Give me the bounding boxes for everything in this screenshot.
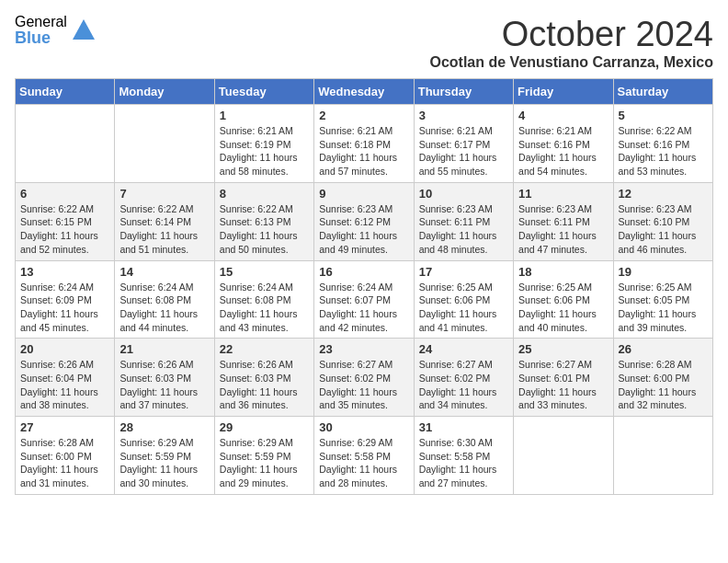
week-row-2: 13Sunrise: 6:24 AM Sunset: 6:09 PM Dayli… <box>16 260 713 339</box>
day-number: 18 <box>518 265 608 279</box>
calendar-cell: 1Sunrise: 6:21 AM Sunset: 6:19 PM Daylig… <box>214 105 313 183</box>
calendar-header: SundayMondayTuesdayWednesdayThursdayFrid… <box>16 79 713 105</box>
header-saturday: Saturday <box>613 79 712 105</box>
week-row-4: 27Sunrise: 6:28 AM Sunset: 6:00 PM Dayli… <box>16 417 713 495</box>
day-info: Sunrise: 6:30 AM Sunset: 5:58 PM Dayligh… <box>419 436 508 490</box>
calendar-cell <box>613 417 712 495</box>
day-number: 27 <box>20 420 109 434</box>
week-row-0: 1Sunrise: 6:21 AM Sunset: 6:19 PM Daylig… <box>16 105 713 183</box>
day-number: 26 <box>619 342 708 356</box>
day-number: 21 <box>119 342 209 356</box>
calendar-cell: 10Sunrise: 6:23 AM Sunset: 6:11 PM Dayli… <box>414 182 513 260</box>
calendar-cell: 4Sunrise: 6:21 AM Sunset: 6:16 PM Daylig… <box>514 105 613 183</box>
day-number: 15 <box>220 265 309 279</box>
calendar-cell: 21Sunrise: 6:26 AM Sunset: 6:03 PM Dayli… <box>115 339 214 417</box>
day-number: 8 <box>220 187 309 201</box>
calendar-cell <box>115 105 214 183</box>
calendar-cell <box>16 105 115 183</box>
day-number: 31 <box>419 420 508 434</box>
day-number: 3 <box>419 109 508 122</box>
day-info: Sunrise: 6:22 AM Sunset: 6:16 PM Dayligh… <box>619 124 708 178</box>
logo-icon <box>71 17 97 43</box>
day-number: 12 <box>619 187 708 201</box>
calendar-cell: 2Sunrise: 6:21 AM Sunset: 6:18 PM Daylig… <box>314 105 414 183</box>
calendar: SundayMondayTuesdayWednesdayThursdayFrid… <box>15 78 713 495</box>
header-friday: Friday <box>514 79 613 105</box>
day-info: Sunrise: 6:22 AM Sunset: 6:14 PM Dayligh… <box>119 202 209 257</box>
day-number: 1 <box>220 109 309 122</box>
subtitle: Ocotlan de Venustiano Carranza, Mexico <box>429 54 713 71</box>
day-info: Sunrise: 6:24 AM Sunset: 6:09 PM Dayligh… <box>20 281 109 335</box>
day-number: 16 <box>319 265 408 279</box>
calendar-cell: 28Sunrise: 6:29 AM Sunset: 5:59 PM Dayli… <box>115 417 214 495</box>
day-info: Sunrise: 6:26 AM Sunset: 6:03 PM Dayligh… <box>220 358 309 412</box>
day-number: 6 <box>20 187 109 201</box>
day-info: Sunrise: 6:24 AM Sunset: 6:08 PM Dayligh… <box>220 281 309 335</box>
day-info: Sunrise: 6:23 AM Sunset: 6:11 PM Dayligh… <box>518 202 608 257</box>
logo-blue: Blue <box>15 29 67 46</box>
calendar-cell: 30Sunrise: 6:29 AM Sunset: 5:58 PM Dayli… <box>314 417 414 495</box>
calendar-cell: 7Sunrise: 6:22 AM Sunset: 6:14 PM Daylig… <box>115 182 214 260</box>
calendar-cell: 17Sunrise: 6:25 AM Sunset: 6:06 PM Dayli… <box>414 260 513 339</box>
day-info: Sunrise: 6:28 AM Sunset: 6:00 PM Dayligh… <box>619 358 708 412</box>
day-number: 9 <box>319 187 408 201</box>
header-row: SundayMondayTuesdayWednesdayThursdayFrid… <box>16 79 713 105</box>
day-info: Sunrise: 6:21 AM Sunset: 6:19 PM Dayligh… <box>220 124 309 178</box>
day-number: 11 <box>518 187 608 201</box>
day-info: Sunrise: 6:22 AM Sunset: 6:15 PM Dayligh… <box>20 202 109 257</box>
calendar-cell: 24Sunrise: 6:27 AM Sunset: 6:02 PM Dayli… <box>414 339 513 417</box>
calendar-cell: 9Sunrise: 6:23 AM Sunset: 6:12 PM Daylig… <box>314 182 414 260</box>
day-info: Sunrise: 6:23 AM Sunset: 6:12 PM Dayligh… <box>319 202 408 257</box>
calendar-cell: 15Sunrise: 6:24 AM Sunset: 6:08 PM Dayli… <box>214 260 313 339</box>
logo-text: General Blue <box>15 15 67 46</box>
calendar-cell: 27Sunrise: 6:28 AM Sunset: 6:00 PM Dayli… <box>16 417 115 495</box>
calendar-cell: 22Sunrise: 6:26 AM Sunset: 6:03 PM Dayli… <box>214 339 313 417</box>
day-info: Sunrise: 6:28 AM Sunset: 6:00 PM Dayligh… <box>20 436 109 490</box>
day-info: Sunrise: 6:23 AM Sunset: 6:10 PM Dayligh… <box>619 202 708 257</box>
day-info: Sunrise: 6:25 AM Sunset: 6:06 PM Dayligh… <box>419 281 508 335</box>
day-number: 5 <box>619 109 708 122</box>
calendar-cell: 23Sunrise: 6:27 AM Sunset: 6:02 PM Dayli… <box>314 339 414 417</box>
calendar-cell: 5Sunrise: 6:22 AM Sunset: 6:16 PM Daylig… <box>613 105 712 183</box>
day-info: Sunrise: 6:25 AM Sunset: 6:05 PM Dayligh… <box>619 281 708 335</box>
calendar-cell: 3Sunrise: 6:21 AM Sunset: 6:17 PM Daylig… <box>414 105 513 183</box>
day-number: 30 <box>319 420 408 434</box>
day-number: 28 <box>119 420 209 434</box>
month-title: October 2024 <box>429 15 713 54</box>
day-info: Sunrise: 6:23 AM Sunset: 6:11 PM Dayligh… <box>419 202 508 257</box>
calendar-cell <box>514 417 613 495</box>
week-row-1: 6Sunrise: 6:22 AM Sunset: 6:15 PM Daylig… <box>16 182 713 260</box>
header-wednesday: Wednesday <box>314 79 414 105</box>
header-sunday: Sunday <box>16 79 115 105</box>
week-row-3: 20Sunrise: 6:26 AM Sunset: 6:04 PM Dayli… <box>16 339 713 417</box>
calendar-cell: 11Sunrise: 6:23 AM Sunset: 6:11 PM Dayli… <box>514 182 613 260</box>
calendar-cell: 18Sunrise: 6:25 AM Sunset: 6:06 PM Dayli… <box>514 260 613 339</box>
header-monday: Monday <box>115 79 214 105</box>
calendar-cell: 16Sunrise: 6:24 AM Sunset: 6:07 PM Dayli… <box>314 260 414 339</box>
day-info: Sunrise: 6:21 AM Sunset: 6:17 PM Dayligh… <box>419 124 508 178</box>
day-info: Sunrise: 6:29 AM Sunset: 5:59 PM Dayligh… <box>119 436 209 490</box>
header-tuesday: Tuesday <box>214 79 313 105</box>
calendar-cell: 6Sunrise: 6:22 AM Sunset: 6:15 PM Daylig… <box>16 182 115 260</box>
day-info: Sunrise: 6:24 AM Sunset: 6:07 PM Dayligh… <box>319 281 408 335</box>
title-block: October 2024 Ocotlan de Venustiano Carra… <box>429 15 713 71</box>
day-info: Sunrise: 6:25 AM Sunset: 6:06 PM Dayligh… <box>518 281 608 335</box>
day-number: 17 <box>419 265 508 279</box>
day-number: 19 <box>619 265 708 279</box>
day-number: 29 <box>220 420 309 434</box>
day-info: Sunrise: 6:29 AM Sunset: 5:58 PM Dayligh… <box>319 436 408 490</box>
calendar-body: 1Sunrise: 6:21 AM Sunset: 6:19 PM Daylig… <box>16 105 713 495</box>
day-number: 14 <box>119 265 209 279</box>
day-number: 22 <box>220 342 309 356</box>
day-number: 2 <box>319 109 408 122</box>
day-info: Sunrise: 6:26 AM Sunset: 6:03 PM Dayligh… <box>119 358 209 412</box>
calendar-cell: 20Sunrise: 6:26 AM Sunset: 6:04 PM Dayli… <box>16 339 115 417</box>
day-number: 13 <box>20 265 109 279</box>
calendar-cell: 26Sunrise: 6:28 AM Sunset: 6:00 PM Dayli… <box>613 339 712 417</box>
header-thursday: Thursday <box>414 79 513 105</box>
day-number: 23 <box>319 342 408 356</box>
day-info: Sunrise: 6:27 AM Sunset: 6:02 PM Dayligh… <box>319 358 408 412</box>
day-number: 25 <box>518 342 608 356</box>
day-info: Sunrise: 6:26 AM Sunset: 6:04 PM Dayligh… <box>20 358 109 412</box>
calendar-cell: 13Sunrise: 6:24 AM Sunset: 6:09 PM Dayli… <box>16 260 115 339</box>
